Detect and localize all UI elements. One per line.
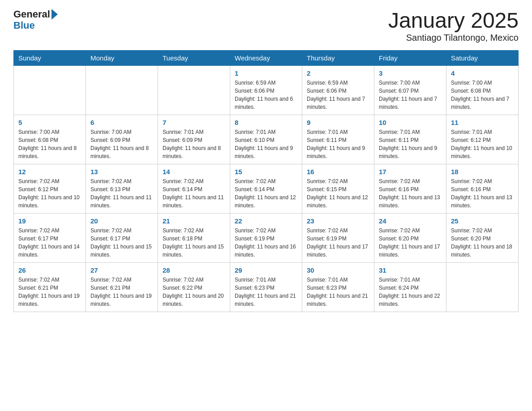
- day-info: Sunrise: 7:02 AMSunset: 6:13 PMDaylight:…: [90, 177, 153, 210]
- day-number: 20: [90, 217, 153, 225]
- day-number: 28: [163, 266, 225, 274]
- calendar-cell: 15Sunrise: 7:02 AMSunset: 6:14 PMDayligh…: [230, 164, 302, 213]
- day-number: 19: [18, 217, 81, 225]
- calendar-cell: 6Sunrise: 7:00 AMSunset: 6:09 PMDaylight…: [86, 115, 158, 164]
- day-number: 1: [235, 69, 297, 77]
- day-info: Sunrise: 7:00 AMSunset: 6:09 PMDaylight:…: [90, 128, 153, 160]
- calendar-cell: 10Sunrise: 7:01 AMSunset: 6:11 PMDayligh…: [374, 115, 446, 164]
- calendar-week-1: 1Sunrise: 6:59 AMSunset: 6:06 PMDaylight…: [14, 65, 519, 115]
- calendar-cell: 17Sunrise: 7:02 AMSunset: 6:16 PMDayligh…: [374, 164, 446, 213]
- day-number: 8: [235, 119, 297, 126]
- page-header: General Blue January 2025 Santiago Tilan…: [13, 9, 519, 43]
- calendar-week-3: 12Sunrise: 7:02 AMSunset: 6:12 PMDayligh…: [14, 164, 519, 213]
- day-info: Sunrise: 7:02 AMSunset: 6:17 PMDaylight:…: [18, 227, 81, 259]
- day-info: Sunrise: 6:59 AMSunset: 6:06 PMDaylight:…: [235, 79, 297, 111]
- day-number: 22: [235, 217, 297, 225]
- day-info: Sunrise: 7:01 AMSunset: 6:11 PMDaylight:…: [379, 128, 442, 160]
- calendar-week-5: 26Sunrise: 7:02 AMSunset: 6:21 PMDayligh…: [14, 262, 519, 312]
- day-info: Sunrise: 7:02 AMSunset: 6:19 PMDaylight:…: [235, 227, 297, 259]
- weekday-header-wednesday: Wednesday: [230, 50, 302, 65]
- calendar-cell: 3Sunrise: 7:00 AMSunset: 6:07 PMDaylight…: [374, 65, 446, 115]
- day-number: 30: [307, 266, 369, 274]
- day-number: 14: [163, 168, 225, 176]
- day-number: 5: [18, 119, 81, 126]
- calendar-cell: 25Sunrise: 7:02 AMSunset: 6:20 PMDayligh…: [446, 213, 519, 262]
- calendar-cell: 9Sunrise: 7:01 AMSunset: 6:11 PMDaylight…: [302, 115, 374, 164]
- calendar-cell: 2Sunrise: 6:59 AMSunset: 6:06 PMDaylight…: [302, 65, 374, 115]
- title-block: January 2025 Santiago Tilantongo, Mexico: [388, 9, 519, 43]
- day-number: 18: [451, 168, 514, 176]
- calendar-cell: 23Sunrise: 7:02 AMSunset: 6:19 PMDayligh…: [302, 213, 374, 262]
- weekday-header-sunday: Sunday: [14, 50, 86, 65]
- calendar-cell: 12Sunrise: 7:02 AMSunset: 6:12 PMDayligh…: [14, 164, 86, 213]
- calendar-cell: [158, 65, 230, 115]
- day-number: 11: [451, 119, 514, 126]
- calendar-cell: 24Sunrise: 7:02 AMSunset: 6:20 PMDayligh…: [374, 213, 446, 262]
- calendar-cell: 21Sunrise: 7:02 AMSunset: 6:18 PMDayligh…: [158, 213, 230, 262]
- weekday-header-tuesday: Tuesday: [158, 50, 230, 65]
- day-info: Sunrise: 7:02 AMSunset: 6:19 PMDaylight:…: [307, 227, 369, 259]
- calendar-cell: 20Sunrise: 7:02 AMSunset: 6:17 PMDayligh…: [86, 213, 158, 262]
- calendar-cell: 5Sunrise: 7:00 AMSunset: 6:08 PMDaylight…: [14, 115, 86, 164]
- day-info: Sunrise: 7:02 AMSunset: 6:12 PMDaylight:…: [18, 177, 81, 210]
- calendar-cell: 22Sunrise: 7:02 AMSunset: 6:19 PMDayligh…: [230, 213, 302, 262]
- day-number: 10: [379, 119, 442, 126]
- day-info: Sunrise: 7:02 AMSunset: 6:15 PMDaylight:…: [307, 177, 369, 210]
- day-info: Sunrise: 6:59 AMSunset: 6:06 PMDaylight:…: [307, 79, 369, 111]
- day-info: Sunrise: 7:02 AMSunset: 6:16 PMDaylight:…: [451, 177, 514, 210]
- calendar-cell: [86, 65, 158, 115]
- day-number: 4: [451, 69, 514, 77]
- calendar-cell: 16Sunrise: 7:02 AMSunset: 6:15 PMDayligh…: [302, 164, 374, 213]
- calendar-cell: 1Sunrise: 6:59 AMSunset: 6:06 PMDaylight…: [230, 65, 302, 115]
- calendar-table: SundayMondayTuesdayWednesdayThursdayFrid…: [13, 50, 519, 312]
- day-info: Sunrise: 7:01 AMSunset: 6:23 PMDaylight:…: [307, 276, 369, 308]
- weekday-header-friday: Friday: [374, 50, 446, 65]
- logo-blue-text: Blue: [13, 20, 35, 31]
- calendar-cell: 8Sunrise: 7:01 AMSunset: 6:10 PMDaylight…: [230, 115, 302, 164]
- calendar-subtitle: Santiago Tilantongo, Mexico: [388, 33, 519, 43]
- day-number: 12: [18, 168, 81, 176]
- day-number: 2: [307, 69, 369, 77]
- day-number: 24: [379, 217, 442, 225]
- day-number: 16: [307, 168, 369, 176]
- day-number: 15: [235, 168, 297, 176]
- calendar-cell: 19Sunrise: 7:02 AMSunset: 6:17 PMDayligh…: [14, 213, 86, 262]
- day-info: Sunrise: 7:00 AMSunset: 6:08 PMDaylight:…: [451, 79, 514, 111]
- day-number: 9: [307, 119, 369, 126]
- logo: General Blue: [13, 9, 59, 31]
- day-number: 7: [163, 119, 225, 126]
- day-info: Sunrise: 7:01 AMSunset: 6:12 PMDaylight:…: [451, 128, 514, 160]
- day-info: Sunrise: 7:02 AMSunset: 6:22 PMDaylight:…: [163, 276, 225, 308]
- day-number: 25: [451, 217, 514, 225]
- day-info: Sunrise: 7:01 AMSunset: 6:10 PMDaylight:…: [235, 128, 297, 160]
- calendar-cell: 4Sunrise: 7:00 AMSunset: 6:08 PMDaylight…: [446, 65, 519, 115]
- day-number: 17: [379, 168, 442, 176]
- day-number: 21: [163, 217, 225, 225]
- day-number: 6: [90, 119, 153, 126]
- calendar-cell: 18Sunrise: 7:02 AMSunset: 6:16 PMDayligh…: [446, 164, 519, 213]
- day-info: Sunrise: 7:02 AMSunset: 6:20 PMDaylight:…: [451, 227, 514, 259]
- day-info: Sunrise: 7:01 AMSunset: 6:11 PMDaylight:…: [307, 128, 369, 160]
- day-info: Sunrise: 7:02 AMSunset: 6:14 PMDaylight:…: [235, 177, 297, 210]
- calendar-cell: 26Sunrise: 7:02 AMSunset: 6:21 PMDayligh…: [14, 262, 86, 312]
- calendar-cell: 11Sunrise: 7:01 AMSunset: 6:12 PMDayligh…: [446, 115, 519, 164]
- day-info: Sunrise: 7:01 AMSunset: 6:24 PMDaylight:…: [379, 276, 442, 308]
- calendar-cell: [14, 65, 86, 115]
- day-info: Sunrise: 7:02 AMSunset: 6:14 PMDaylight:…: [163, 177, 225, 210]
- calendar-cell: 28Sunrise: 7:02 AMSunset: 6:22 PMDayligh…: [158, 262, 230, 312]
- weekday-header-saturday: Saturday: [446, 50, 519, 65]
- logo-arrow-icon: [51, 9, 58, 20]
- day-number: 23: [307, 217, 369, 225]
- day-info: Sunrise: 7:00 AMSunset: 6:07 PMDaylight:…: [379, 79, 442, 111]
- day-info: Sunrise: 7:02 AMSunset: 6:18 PMDaylight:…: [163, 227, 225, 259]
- day-info: Sunrise: 7:02 AMSunset: 6:17 PMDaylight:…: [90, 227, 153, 259]
- calendar-week-4: 19Sunrise: 7:02 AMSunset: 6:17 PMDayligh…: [14, 213, 519, 262]
- day-info: Sunrise: 7:01 AMSunset: 6:23 PMDaylight:…: [235, 276, 297, 308]
- day-number: 31: [379, 266, 442, 274]
- calendar-cell: 30Sunrise: 7:01 AMSunset: 6:23 PMDayligh…: [302, 262, 374, 312]
- calendar-cell: 14Sunrise: 7:02 AMSunset: 6:14 PMDayligh…: [158, 164, 230, 213]
- day-number: 29: [235, 266, 297, 274]
- calendar-cell: 27Sunrise: 7:02 AMSunset: 6:21 PMDayligh…: [86, 262, 158, 312]
- day-info: Sunrise: 7:02 AMSunset: 6:21 PMDaylight:…: [18, 276, 81, 308]
- weekday-header-thursday: Thursday: [302, 50, 374, 65]
